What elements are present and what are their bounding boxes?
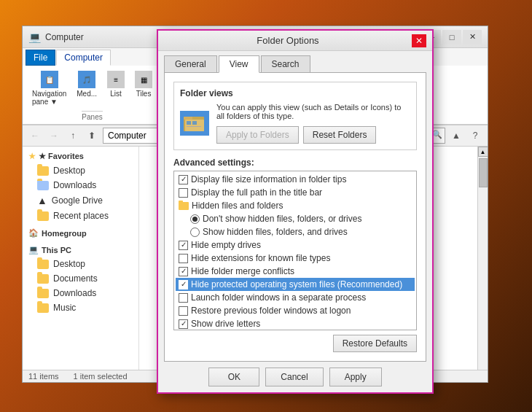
list-icon: ≡ (107, 71, 125, 88)
ribbon-group-panes: 📋 Navigationpane ▼ 🎵 Med... ≡ List ▦ Til… (28, 69, 156, 121)
forward-button[interactable]: → (46, 128, 62, 144)
sidebar-item-music[interactable]: Music (23, 300, 138, 315)
sidebar-item-thispc-desktop[interactable]: Desktop (23, 257, 138, 271)
thispc-desktop-label: Desktop (53, 259, 85, 269)
settings-list[interactable]: Display file size information in folder … (173, 171, 417, 330)
label-launch-separate-process: Launch folder windows in a separate proc… (191, 292, 366, 303)
reset-folders-button[interactable]: Reset Folders (303, 126, 377, 144)
checkbox-hide-extensions[interactable] (179, 254, 188, 263)
svg-rect-5 (187, 126, 201, 127)
folder-hidden-icon (179, 202, 189, 210)
recent-button[interactable]: ⬆ (84, 128, 100, 144)
setting-hide-empty-drives[interactable]: Hide empty drives (176, 238, 415, 252)
homegroup-icon: 🏠 (28, 228, 39, 238)
sidebar-favorites-header[interactable]: ★ ★ Favorites (23, 149, 138, 163)
desktop-label: Desktop (53, 166, 85, 176)
setting-launch-separate-process[interactable]: Launch folder windows in a separate proc… (176, 291, 415, 304)
apply-to-folders-button[interactable]: Apply to Folders (216, 126, 299, 144)
folder-views-description: You can apply this view (such as Details… (216, 103, 401, 144)
folder-views-title: Folder views (180, 88, 410, 98)
label-hide-protected-os: Hide protected operating system files (R… (191, 279, 402, 289)
tiles-icon: ▦ (135, 71, 152, 88)
checkbox-display-file-size[interactable] (179, 175, 188, 184)
checkbox-restore-previous-folder[interactable] (179, 306, 188, 316)
nav-question-button[interactable]: ? (467, 128, 483, 144)
settings-list-inner: Display file size information in folder … (174, 171, 416, 330)
media-icon: 🎵 (78, 71, 95, 88)
music-icon (37, 303, 49, 313)
thispc-downloads-label: Downloads (53, 288, 96, 298)
setting-hide-folder-merge[interactable]: Hide folder merge conflicts (176, 265, 415, 278)
radio-dont-show-hidden[interactable] (190, 214, 200, 224)
checkbox-display-full-path[interactable] (179, 188, 188, 198)
setting-display-file-size[interactable]: Display file size information in folder … (176, 173, 415, 186)
scroll-up-arrow[interactable]: ▲ (478, 147, 488, 157)
setting-show-drive-letters[interactable]: Show drive letters (176, 317, 415, 330)
nav-pane-label: Navigationpane ▼ (32, 90, 66, 106)
sidebar-item-google-drive[interactable]: ▲ Google Drive (23, 193, 138, 209)
tab-general[interactable]: General (164, 55, 217, 72)
dialog-titlebar: Folder Options ✕ (158, 31, 432, 51)
ok-button[interactable]: OK (208, 368, 259, 386)
cancel-button[interactable]: Cancel (265, 368, 323, 386)
sidebar-item-downloads[interactable]: Downloads (23, 178, 138, 193)
label-hide-empty-drives: Hide empty drives (191, 240, 261, 250)
panes-label: Panes (82, 111, 102, 121)
checkbox-show-drive-letters[interactable] (179, 319, 188, 329)
sidebar-item-documents[interactable]: Documents (23, 271, 138, 286)
thispc-downloads-icon (37, 289, 49, 298)
up-button[interactable]: ↑ (65, 128, 81, 144)
item-count: 11 items (28, 372, 59, 381)
ribbon-tab-file[interactable]: File (26, 50, 55, 66)
star-icon: ★ (28, 152, 36, 161)
folder-views-text: You can apply this view (such as Details… (216, 103, 401, 120)
sidebar-item-recent-places[interactable]: Recent places (23, 209, 138, 223)
ribbon-item-navigation-pane[interactable]: 📋 Navigationpane ▼ (28, 69, 70, 108)
checkbox-hide-protected-os[interactable] (179, 280, 188, 289)
setting-dont-show-hidden[interactable]: Don't show hidden files, folders, or dri… (176, 212, 415, 225)
ribbon-item-media[interactable]: 🎵 Med... (73, 69, 101, 100)
ribbon-item-tiles[interactable]: ▦ Tiles (131, 69, 156, 100)
scroll-thumb[interactable] (479, 158, 488, 187)
checkbox-hide-folder-merge[interactable] (179, 267, 188, 276)
nav-help-button[interactable]: ▲ (448, 128, 464, 144)
label-hidden-files: Hidden files and folders (192, 201, 283, 211)
sidebar-item-desktop[interactable]: Desktop (23, 163, 138, 178)
maximize-button[interactable]: □ (442, 30, 461, 44)
svg-rect-1 (184, 117, 192, 120)
label-dont-show-hidden: Don't show hidden files, folders, or dri… (203, 214, 361, 224)
thispc-desktop-icon (37, 260, 49, 269)
sidebar-homegroup-header[interactable]: 🏠 Homegroup (23, 226, 138, 240)
search-icon: 🔍 (432, 130, 442, 139)
restore-defaults-button[interactable]: Restore Defaults (333, 335, 417, 352)
tab-search[interactable]: Search (261, 55, 310, 72)
radio-show-hidden[interactable] (190, 228, 200, 237)
explorer-window-icon: 💻 (28, 31, 41, 43)
setting-hide-protected-os[interactable]: Hide protected operating system files (R… (176, 278, 415, 291)
sidebar-thispc-header[interactable]: 💻 This PC (23, 243, 138, 257)
setting-restore-previous-folder[interactable]: Restore previous folder windows at logon (176, 304, 415, 317)
sidebar-item-thispc-downloads[interactable]: Downloads (23, 286, 138, 300)
close-button[interactable]: ✕ (463, 30, 482, 44)
checkbox-launch-separate-process[interactable] (179, 293, 188, 303)
favorites-label: ★ Favorites (39, 152, 84, 161)
recent-places-label: Recent places (53, 211, 109, 221)
setting-hidden-files-folder[interactable]: Hidden files and folders (176, 199, 415, 212)
desktop-folder-icon (37, 166, 49, 176)
music-label: Music (53, 303, 76, 313)
back-button[interactable]: ← (27, 128, 43, 144)
svg-rect-3 (187, 121, 191, 125)
tab-view[interactable]: View (219, 55, 259, 73)
dialog-close-button[interactable]: ✕ (412, 34, 426, 47)
folder-views-buttons: Apply to Folders Reset Folders (216, 126, 401, 144)
ribbon-tab-computer[interactable]: Computer (56, 50, 111, 66)
ribbon-item-list[interactable]: ≡ List (103, 69, 128, 100)
setting-show-hidden[interactable]: Show hidden files, folders, and drives (176, 225, 415, 238)
setting-hide-extensions[interactable]: Hide extensions for known file types (176, 252, 415, 265)
right-scrollbar[interactable]: ▲ (477, 147, 488, 370)
setting-display-full-path[interactable]: Display the full path in the title bar (176, 186, 415, 199)
apply-button[interactable]: Apply (329, 368, 382, 386)
checkbox-hide-empty-drives[interactable] (179, 241, 188, 250)
folder-views-section: Folder views You can apply this view (su… (173, 82, 417, 150)
google-drive-icon: ▲ (37, 195, 47, 206)
